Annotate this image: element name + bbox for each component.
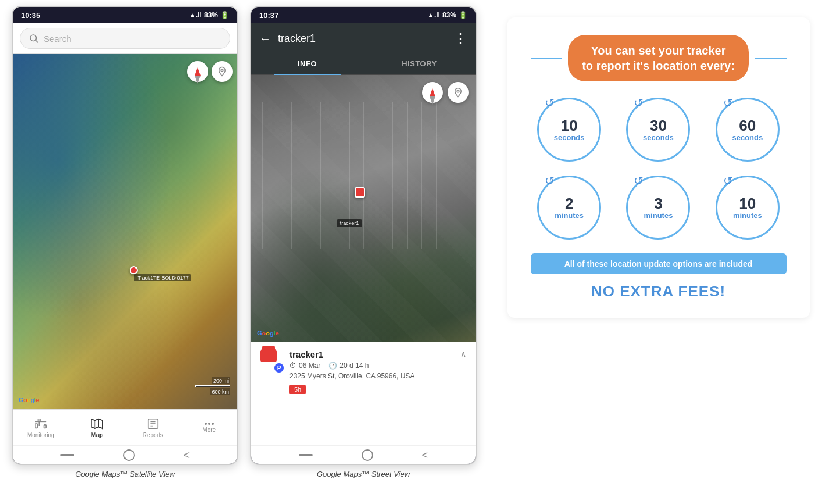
svg-point-2	[221, 69, 223, 72]
signal-icon-2: ▲.il	[427, 11, 440, 19]
no-extra-fees: NO EXTRA FEES!	[531, 283, 787, 301]
time-unit-0: seconds	[554, 133, 585, 142]
headline-line1: You can set your tracker	[582, 43, 735, 58]
car-marker-2	[355, 187, 365, 198]
map-satellite[interactable]: iTrack1TE BOLD 0177 200 mi 600 km Google	[13, 54, 237, 409]
time-num-3: 2	[565, 196, 573, 211]
status-time-2: 10:37	[259, 11, 278, 20]
tracker-p-badge: P	[274, 363, 284, 373]
time-circle-wrap-1: ↺30seconds	[620, 98, 697, 162]
back-button[interactable]: ←	[259, 32, 271, 45]
nav-more[interactable]: More	[181, 410, 238, 445]
reports-icon	[146, 417, 159, 430]
time-num-4: 3	[654, 196, 662, 211]
circle-arrow-1: ↺	[634, 96, 644, 110]
time-circle-0: ↺10seconds	[537, 98, 601, 162]
time-num-2: 60	[739, 118, 756, 133]
tracker-avatar: P	[260, 349, 284, 373]
no-fees-banner: All of these location update options are…	[531, 253, 787, 274]
more-icon	[205, 423, 214, 425]
svg-marker-6	[91, 419, 102, 428]
app-area-1: Search iTrack1TE BOLD 0177 200 mi	[13, 23, 237, 445]
time-circle-wrap-2: ↺60seconds	[709, 98, 786, 162]
status-bar-2: 10:37 ▲.il 83% 🔋	[251, 7, 476, 23]
phone2-caption: Google Maps™ Street View	[317, 470, 410, 478]
headline-pill: You can set your tracker to report it's …	[568, 35, 749, 81]
search-icon	[28, 33, 39, 44]
clock-icon: ⏱	[289, 362, 296, 370]
compass-button[interactable]	[187, 61, 208, 82]
status-time-1: 10:35	[21, 11, 40, 20]
time-unit-2: seconds	[732, 133, 763, 142]
tracker-meta: ⏱ 06 Mar 🕐 20 d 14 h	[289, 362, 414, 370]
location-button-2[interactable]	[448, 82, 469, 103]
parking-overlay	[262, 102, 464, 249]
device-label-1: iTrack1TE BOLD 0177	[134, 274, 191, 281]
tracker-date: 06 Mar	[299, 362, 320, 370]
tab-history[interactable]: HISTORY	[363, 53, 476, 74]
time-unit-3: minutes	[555, 211, 584, 220]
circle-arrow-2: ↺	[723, 96, 733, 110]
time-num-0: 10	[561, 118, 578, 133]
nav-reports[interactable]: Reports	[125, 410, 181, 445]
bottom-nav-1: Monitoring Map	[13, 409, 237, 445]
menu-dots[interactable]: ⋮	[454, 31, 467, 46]
location-button[interactable]	[212, 61, 233, 82]
scale-bar	[195, 385, 230, 387]
right-panel: You can set your tracker to report it's …	[488, 6, 828, 330]
nav-monitoring[interactable]: Monitoring	[13, 410, 69, 445]
nav-reports-label: Reports	[143, 432, 163, 438]
compass-button-2[interactable]	[422, 82, 443, 103]
nav-map[interactable]: Map	[69, 410, 126, 445]
phone-1: 10:35 ▲.il 83% 🔋 Search	[12, 6, 238, 465]
search-placeholder: Search	[44, 34, 72, 44]
phone1-caption: Google Maps™ Satellite View	[75, 470, 175, 478]
time-circle-wrap-5: ↺10minutes	[709, 176, 786, 240]
nav-more-label: More	[202, 427, 216, 433]
circle-arrow-3: ↺	[545, 174, 555, 188]
nav-monitoring-label: Monitoring	[27, 432, 55, 438]
circle-arrow-4: ↺	[634, 174, 644, 188]
tab-info[interactable]: INFO	[251, 53, 363, 74]
location-icon-2	[453, 87, 463, 98]
tracker-duration: 20 d 14 h	[339, 362, 369, 370]
headline-container: You can set your tracker to report it's …	[531, 35, 787, 81]
top-bar: ← tracker1 ⋮	[251, 23, 476, 53]
time-circle-wrap-3: ↺2minutes	[531, 176, 608, 240]
signal-icon-1: ▲.il	[189, 11, 202, 19]
time-unit-1: seconds	[643, 133, 674, 142]
tracker-car-icon	[260, 349, 277, 362]
time-circle-1: ↺30seconds	[626, 98, 690, 162]
scale-text-2: 600 km	[210, 388, 230, 395]
time-unit-4: minutes	[644, 211, 673, 220]
tabs-bar: INFO HISTORY	[251, 53, 476, 75]
app-area-2: ← tracker1 ⋮ INFO HISTORY	[251, 23, 476, 445]
circle-arrow-5: ↺	[723, 174, 733, 188]
tracker-address: 2325 Myers St, Oroville, CA 95966, USA	[289, 372, 414, 380]
time-circle-wrap-0: ↺10seconds	[531, 98, 608, 162]
map-street[interactable]: tracker1 Google	[251, 75, 476, 342]
svg-rect-5	[44, 424, 47, 428]
status-bar-1: 10:35 ▲.il 83% 🔋	[13, 7, 237, 23]
tracker-left: P tracker1 ⏱ 06 Mar 🕐	[260, 349, 414, 394]
phone-2: 10:37 ▲.il 83% 🔋 ← tracker1 ⋮ INFO HISTO…	[250, 6, 477, 465]
scale-text-1: 200 mi	[212, 377, 230, 384]
map-scale: 200 mi 600 km	[195, 377, 230, 395]
time-circle-5: ↺10minutes	[716, 176, 780, 240]
compass-icon-2	[430, 88, 435, 96]
google-logo-2: Google	[257, 330, 279, 337]
device-label-2: tracker1	[337, 219, 363, 227]
location-icon	[217, 66, 227, 77]
search-bar: Search	[13, 23, 237, 54]
gesture-home-2	[362, 449, 373, 461]
info-card: You can set your tracker to report it's …	[507, 17, 810, 318]
tracker-info-panel: P tracker1 ⏱ 06 Mar 🕐	[251, 342, 476, 445]
search-input-container[interactable]: Search	[20, 28, 230, 49]
chevron-up-icon[interactable]: ∧	[460, 349, 466, 359]
gesture-back	[60, 454, 74, 456]
time-circle-4: ↺3minutes	[626, 176, 690, 240]
gesture-recent: <	[184, 450, 190, 460]
headline-right-line	[755, 58, 787, 59]
status-icons-1: ▲.il 83% 🔋	[189, 11, 229, 19]
tracker-badge: 5h	[289, 385, 306, 394]
